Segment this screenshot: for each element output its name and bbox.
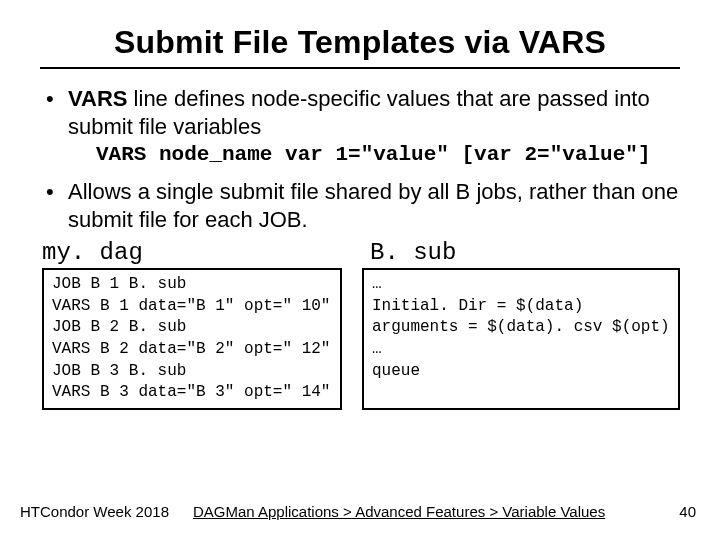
footer-event: HTCondor Week 2018 xyxy=(20,503,169,520)
bullet-1-keyword: VARS xyxy=(68,86,128,111)
vars-syntax: VARS node_name var 1="value" [var 2="val… xyxy=(68,142,680,168)
code-grid: JOB B 1 B. sub VARS B 1 data="B 1" opt="… xyxy=(40,268,680,410)
label-b-sub: B. sub xyxy=(362,239,680,266)
bullet-2: Allows a single submit file shared by al… xyxy=(46,178,680,233)
code-labels-row: my. dag B. sub xyxy=(40,239,680,266)
footer-page-number: 40 xyxy=(679,503,696,520)
bullet-2-text: Allows a single submit file shared by al… xyxy=(68,179,678,232)
label-my-dag: my. dag xyxy=(42,239,362,266)
code-box-sub: … Initial. Dir = $(data) arguments = $(d… xyxy=(362,268,680,410)
bullet-list: VARS line defines node-specific values t… xyxy=(40,85,680,233)
code-box-dag: JOB B 1 B. sub VARS B 1 data="B 1" opt="… xyxy=(42,268,342,410)
slide: Submit File Templates via VARS VARS line… xyxy=(0,0,720,540)
title-rule xyxy=(40,67,680,69)
slide-title: Submit File Templates via VARS xyxy=(40,24,680,61)
footer-breadcrumb: DAGMan Applications > Advanced Features … xyxy=(193,503,663,520)
bullet-1: VARS line defines node-specific values t… xyxy=(46,85,680,168)
bullet-1-text: line defines node-specific values that a… xyxy=(68,86,650,139)
slide-footer: HTCondor Week 2018 DAGMan Applications >… xyxy=(0,503,720,520)
